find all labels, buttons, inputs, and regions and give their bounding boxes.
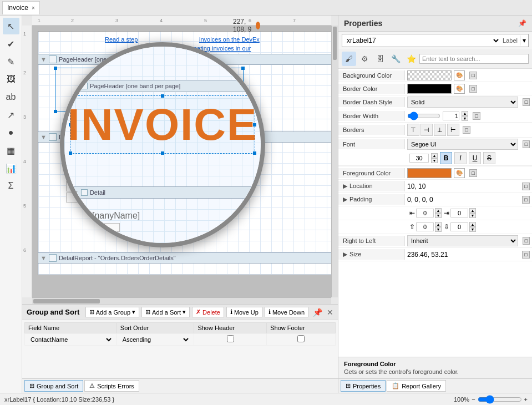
tool-check[interactable]: ✔	[3, 36, 19, 52]
mag-selection-box: INVOICE	[70, 95, 255, 154]
show-footer-checkbox[interactable]	[297, 335, 305, 342]
pad-bottom-input[interactable]	[450, 222, 468, 231]
font-underline-button[interactable]: U	[469, 152, 481, 164]
border-right-btn[interactable]: ⊣	[420, 124, 433, 136]
pad-top-input[interactable]	[416, 222, 434, 231]
star-tool-icon[interactable]: ⭐	[404, 52, 418, 66]
tool-sum[interactable]: Σ	[3, 178, 19, 194]
field-name-select[interactable]: ContactName	[28, 336, 113, 343]
field-name-cell[interactable]: ContactName	[25, 333, 117, 346]
font-bold-button[interactable]: B	[440, 152, 452, 164]
pad-left-up[interactable]: ▲	[435, 208, 442, 213]
pad-right-input[interactable]	[450, 209, 468, 217]
add-sort-dropdown[interactable]: ▾	[183, 308, 186, 316]
zoom-slider[interactable]	[478, 395, 522, 404]
wrench-tool-icon[interactable]: 🔧	[388, 52, 403, 66]
bg-color-value: 🎨 □	[405, 69, 532, 82]
pad-bottom-up[interactable]: ▲	[469, 222, 476, 227]
tab-report-gallery[interactable]: 📋 Report Gallery	[387, 380, 446, 392]
fg-color-picker-btn[interactable]: 🎨	[454, 168, 465, 178]
group-sort-pin[interactable]: 📌	[313, 308, 322, 317]
move-up-button[interactable]: ℹ Move Up	[226, 307, 262, 317]
border-bottom-btn[interactable]: ⊥	[434, 124, 446, 136]
tab-close-button[interactable]: ×	[32, 5, 35, 11]
tool-image[interactable]: 🖼	[3, 71, 19, 88]
border-color-picker-btn[interactable]: 🎨	[454, 84, 465, 94]
tool-arrow[interactable]: ↗	[3, 107, 19, 123]
font-size-input[interactable]	[409, 154, 429, 163]
border-width-down[interactable]: ▼	[462, 116, 468, 121]
pad-top-up[interactable]: ▲	[435, 222, 442, 227]
border-dash-select[interactable]: Solid	[407, 97, 518, 108]
add-group-button[interactable]: ⊞ Add a Group ▾	[85, 307, 139, 317]
tool-circle[interactable]: ●	[3, 124, 19, 141]
prop-padding-controls: ⇤ ▲ ▼ ⇥ ▲ ▼	[338, 206, 532, 220]
component-dropdown-btn[interactable]: ▾	[520, 36, 528, 45]
pad-right-up[interactable]: ▲	[469, 208, 476, 213]
group-sort-close[interactable]: ✕	[327, 308, 333, 317]
canvas-hscroll[interactable]	[32, 297, 331, 304]
db-tool-icon[interactable]: 🗄	[373, 52, 387, 66]
border-top-btn[interactable]: ⊤	[407, 124, 419, 136]
gear-tool-icon[interactable]: ⚙	[357, 52, 372, 66]
detail-report-icon	[49, 254, 57, 262]
zoom-minus-icon[interactable]: −	[472, 396, 475, 403]
canvas-link-2[interactable]: invoices on the DevEx	[199, 36, 260, 43]
fg-color-swatch[interactable]	[407, 168, 452, 178]
sort-order-select[interactable]: Ascending	[120, 336, 191, 343]
props-search-input[interactable]	[419, 54, 529, 64]
detail-band-icon	[49, 133, 57, 141]
border-width-slider[interactable]	[407, 112, 440, 120]
invoice-tab[interactable]: Invoice ×	[2, 1, 40, 14]
pad-bottom-down[interactable]: ▼	[469, 227, 476, 232]
border-width-up[interactable]: ▲	[462, 111, 468, 116]
paint-tool-icon[interactable]: 🖌	[342, 52, 356, 66]
rtl-label: Right to Left	[338, 236, 405, 246]
pad-right-down[interactable]: ▼	[469, 213, 476, 218]
delete-button[interactable]: ✗ Delete	[192, 307, 224, 317]
add-sort-button[interactable]: ⊞ Add a Sort ▾	[141, 307, 190, 317]
bg-color-picker-btn[interactable]: 🎨	[454, 70, 465, 80]
padding-expand-btn[interactable]: ▶	[343, 196, 347, 202]
pad-left-input[interactable]	[416, 209, 434, 217]
component-name-select[interactable]: xrLabel17	[342, 34, 500, 47]
add-group-dropdown[interactable]: ▾	[132, 308, 135, 316]
rtl-select[interactable]: Inherit No Yes	[407, 235, 518, 246]
component-selector[interactable]: xrLabel17 Label ▾	[342, 34, 529, 47]
props-pin-button[interactable]: 📌	[518, 19, 526, 27]
border-color-swatch[interactable]	[407, 84, 452, 94]
zoom-plus-icon[interactable]: +	[524, 396, 528, 403]
border-left-btn[interactable]: ⊢	[447, 124, 459, 136]
location-label: ▶Location	[338, 181, 405, 191]
pad-top-down[interactable]: ▼	[435, 227, 442, 232]
tab-scripts-errors[interactable]: ⚠ Scripts Errors	[84, 380, 139, 392]
sort-order-cell[interactable]: Ascending	[116, 333, 194, 346]
canvas-link-1[interactable]: Read a step	[105, 36, 138, 43]
fg-color-label: Foreground Color	[338, 168, 405, 178]
pad-left-ctrl: ⇤ ▲ ▼	[409, 208, 442, 218]
tool-barcode[interactable]: ▦	[3, 142, 19, 159]
padding-label: ▶Padding	[338, 194, 405, 205]
bg-color-swatch[interactable]	[407, 70, 452, 80]
size-expand-btn[interactable]: ▶	[343, 251, 347, 257]
tab-group-and-sort[interactable]: ⊞ Group and Sort	[24, 380, 83, 392]
font-italic-button[interactable]: I	[454, 152, 467, 164]
tab-properties[interactable]: ⊞ Properties	[341, 380, 386, 392]
props-description: Foreground Color Gets or sets the contro…	[338, 357, 532, 378]
tool-edit[interactable]: ✎	[3, 53, 19, 70]
col-show-header: Show Header	[194, 323, 267, 333]
font-size-up[interactable]: ▲	[431, 153, 438, 158]
show-header-checkbox[interactable]	[227, 335, 234, 342]
location-expand-btn[interactable]: ▶	[343, 183, 347, 189]
detail-report-band[interactable]: ▼ DetailReport - "Orders.OrdersOrderDeta…	[38, 252, 331, 264]
font-family-select[interactable]: Segoe UI	[407, 139, 518, 150]
tool-pointer[interactable]: ↖	[3, 18, 19, 34]
font-size-down[interactable]: ▼	[431, 158, 438, 163]
tool-chart[interactable]: 📊	[3, 160, 19, 176]
font-strikethrough-button[interactable]: S	[483, 152, 495, 164]
pad-left-down[interactable]: ▼	[435, 213, 442, 218]
move-down-button[interactable]: ℹ Move Down	[265, 307, 308, 317]
tool-text[interactable]: ab	[3, 89, 19, 105]
border-width-input[interactable]	[443, 112, 459, 120]
canvas-vscroll[interactable]	[331, 26, 338, 297]
